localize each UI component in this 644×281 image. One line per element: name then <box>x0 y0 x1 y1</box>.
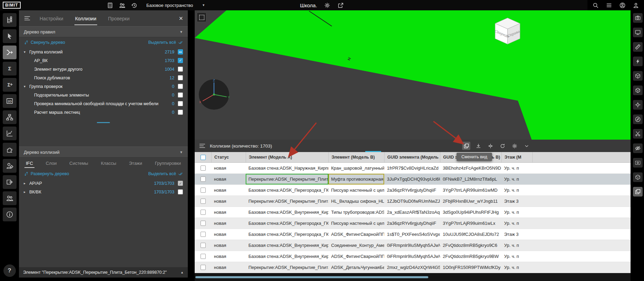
info-tool[interactable] <box>3 208 17 221</box>
table-menu-icon[interactable] <box>199 142 206 149</box>
panel-tab-1[interactable]: Настройки <box>39 11 64 25</box>
tree-item[interactable]: Расчет марша лестниц0 <box>19 108 188 117</box>
tree-tab-4[interactable]: Классы <box>100 158 118 168</box>
collisions-tree-header[interactable]: Дерево коллизий ▼ <box>19 147 188 158</box>
row-checkbox[interactable] <box>201 165 206 171</box>
screenshot-tool[interactable] <box>633 13 643 23</box>
team-icon[interactable] <box>119 2 125 9</box>
select-all-link[interactable]: Выделить всё <box>148 40 183 45</box>
table-row[interactable]: новаяБазовая стена:ADSK_Внутренняя_Кирпи… <box>195 251 631 262</box>
users-tool[interactable] <box>3 191 17 205</box>
tree-item-checkbox[interactable] <box>178 110 183 115</box>
project-settings-icon[interactable] <box>324 2 330 9</box>
expander-icon[interactable]: ▸ <box>24 190 29 194</box>
help-button[interactable]: ? <box>3 264 16 277</box>
tree-tab-3[interactable]: Системы <box>68 158 89 168</box>
drawings-2d-tool[interactable]: 2D <box>3 94 17 108</box>
row-checkbox[interactable] <box>201 243 206 248</box>
user-settings-tool[interactable] <box>3 159 17 173</box>
row-checkbox[interactable] <box>201 221 206 226</box>
tree-item-checkbox[interactable] <box>178 189 183 194</box>
estimate-icon[interactable] <box>107 2 113 9</box>
quick-actions-tool[interactable] <box>633 57 643 66</box>
expander-icon[interactable]: ▸ <box>24 181 29 185</box>
tree-item[interactable]: ▾Группа проверок0 <box>19 82 188 91</box>
select-all-checkbox[interactable] <box>201 155 206 160</box>
table-row[interactable]: новаяБазовая стена:ADSK_Перегородка_ГКЛВ… <box>195 218 631 229</box>
tree-item[interactable]: АР_ВК1703 <box>19 56 188 65</box>
table-row[interactable]: новаяБазовая стена:ADSK_Наружная_Кирпич6… <box>195 163 631 174</box>
row-checkbox[interactable] <box>201 188 206 193</box>
workspace-selector[interactable]: Базовое пространство ▼ <box>146 3 205 8</box>
measure-tool[interactable] <box>633 42 643 52</box>
focus-tool[interactable] <box>633 100 643 110</box>
hide-elements-tool[interactable] <box>633 143 643 153</box>
plan-view-tool[interactable] <box>633 114 643 124</box>
table-row[interactable]: новаяПерекрытие:ADSK_Перекрытие_Плита_БH… <box>195 196 631 207</box>
share-icon[interactable] <box>337 2 344 9</box>
select-tool[interactable] <box>3 29 17 43</box>
axonometry-tool[interactable] <box>633 71 643 81</box>
viewport-3d[interactable]: Z Y X Спереди Справа <box>195 10 631 140</box>
tree-item-checkbox[interactable] <box>178 49 183 54</box>
row-checkbox[interactable] <box>201 199 206 204</box>
hierarchy-tool[interactable] <box>3 110 17 124</box>
collapse-panel-button[interactable] <box>522 142 531 150</box>
select-area-button[interactable] <box>197 12 206 22</box>
status-bar[interactable]: Элемент "Перекрытие:ADSK_Перекрытие_Плит… <box>19 267 188 278</box>
table-row[interactable]: новаяБазовая стена:ADSK_Перегородка_ГКЛВ… <box>195 185 631 196</box>
column-header[interactable]: Этаж (М <box>501 152 532 162</box>
section-box-tool[interactable] <box>633 86 643 95</box>
tree-tab-6[interactable]: Группировки <box>153 158 182 168</box>
presentation-tool[interactable] <box>633 28 643 37</box>
isolate-elements-tool[interactable] <box>633 158 643 168</box>
horizontal-scrollbar-thumb[interactable] <box>195 276 428 278</box>
section-plane-tool[interactable] <box>633 129 643 139</box>
table-row[interactable]: новаяПерекрытие:ADSK_Перекрытие_Плита_БA… <box>195 262 631 273</box>
plugins-tool[interactable] <box>3 143 17 157</box>
tree-item[interactable]: ▸АР/АР1703/1703 <box>19 179 188 188</box>
rules-tree-header[interactable]: Дерево правил ▼ <box>19 26 188 37</box>
select-all-link[interactable]: Выделить всё <box>148 171 183 176</box>
tree-item-checkbox[interactable] <box>178 101 183 106</box>
collapse-tree-link[interactable]: Свернуть дерево <box>24 40 65 45</box>
profile-icon[interactable] <box>633 2 639 9</box>
tree-tab-5[interactable]: Этажи <box>127 158 143 168</box>
refresh-button[interactable] <box>498 142 507 150</box>
export-tool[interactable] <box>3 175 17 189</box>
panel-tab-2[interactable]: Коллизии <box>74 11 97 25</box>
model-structure-tool[interactable] <box>3 13 17 27</box>
column-header[interactable]: Статус <box>211 152 246 162</box>
expand-tree-link[interactable]: Развернуть дерево <box>24 171 69 176</box>
search-icon[interactable] <box>592 2 599 9</box>
tree-item[interactable]: Элемент внтури другого1004 <box>19 65 188 73</box>
table-row[interactable]: новаяПерекрытие:ADSK_Перекрытие_Плита_БМ… <box>195 174 631 185</box>
tree-item[interactable]: ▸ВК/ВК1703/1703 <box>19 188 188 196</box>
expander-icon[interactable]: ▾ <box>24 84 29 88</box>
row-checkbox[interactable] <box>201 254 206 259</box>
tree-item-checkbox[interactable] <box>178 67 183 72</box>
menu-list-icon[interactable] <box>606 2 612 9</box>
history-icon[interactable] <box>131 2 137 9</box>
change-view-button[interactable] <box>462 142 470 150</box>
expander-icon[interactable]: ▾ <box>24 50 29 54</box>
tree-item-checkbox[interactable] <box>178 58 183 63</box>
table-row[interactable]: новаяБазовая стена:ADSK_Перегородка_ГКЛВ… <box>195 229 631 240</box>
tree-tab-2[interactable]: Слои <box>44 158 58 168</box>
tree-item[interactable]: ▾Группа коллизий2719 <box>19 48 188 56</box>
horizontal-scrollbar-track[interactable] <box>195 273 631 281</box>
totals-tool[interactable]: Σ <box>3 62 17 76</box>
table-settings-button[interactable] <box>510 142 519 150</box>
align-columns-button[interactable] <box>486 142 494 150</box>
table-row[interactable]: новаяБазовая стена:ADSK_Внутренняя_Кирпи… <box>195 207 631 218</box>
account-icon[interactable] <box>619 2 626 9</box>
tree-item-checkbox[interactable] <box>178 75 183 80</box>
analytics-tool[interactable] <box>3 127 17 140</box>
column-header[interactable]: Элемент (Модель B) <box>328 152 384 162</box>
table-row[interactable]: новаяБазовая стена:ADSK_Внутренняя_Кирпи… <box>195 240 631 251</box>
tree-item[interactable]: Подозрительные элементы0 <box>19 91 188 99</box>
tree-item-checkbox[interactable] <box>178 92 183 98</box>
collisions-tool[interactable] <box>3 46 17 59</box>
totals-add-tool[interactable]: Σ <box>3 78 17 92</box>
row-checkbox[interactable] <box>201 177 206 182</box>
